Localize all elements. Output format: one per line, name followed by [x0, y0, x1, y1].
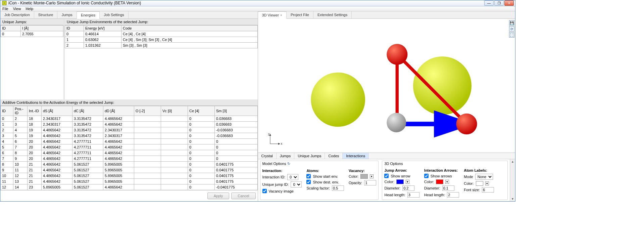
label-color-swatch[interactable]: [476, 181, 483, 186]
show-arrows-checkbox[interactable]: [424, 174, 429, 178]
jump-arrow-color-swatch[interactable]: [396, 179, 404, 184]
unique-jump-id-select[interactable]: 0: [291, 181, 302, 187]
viewer-tool-fit-icon[interactable]: ⛶: [509, 32, 514, 38]
vacancy-color-dropdown-icon[interactable]: ▾: [370, 174, 374, 178]
app-icon: [2, 0, 7, 6]
cancel-button[interactable]: Cancel: [231, 193, 255, 199]
minimize-button[interactable]: —: [484, 0, 494, 6]
table-row[interactable]: 1214235.89650055.0615274.48656420-0.0401…: [1, 184, 258, 190]
tab-extended-settings[interactable]: Extended Settings: [313, 11, 352, 18]
table-row[interactable]: 911214.48656425.0615275.896500500.040177…: [1, 167, 258, 173]
jump-diameter-input[interactable]: [402, 185, 414, 191]
atom-labels-label: Atom Labels:: [464, 168, 494, 172]
additive-header: Additive Contributions to the Activation…: [0, 99, 258, 106]
btab-unique-jumps[interactable]: Unique Jumps: [294, 153, 325, 159]
scroll-up-icon[interactable]: ▲: [511, 160, 514, 163]
tab-job-description[interactable]: Job Description: [0, 11, 34, 18]
window-title: iCon - Kinetic Monte-Carlo Simulation of…: [8, 1, 484, 5]
svg-point-10: [387, 113, 406, 132]
int-color-dropdown-icon[interactable]: ▾: [445, 180, 449, 184]
titlebar: iCon - Kinetic Monte-Carlo Simulation of…: [0, 0, 515, 6]
int-head-length-input[interactable]: [447, 192, 459, 198]
tab-job-settings[interactable]: Job Settings: [100, 11, 129, 18]
col-energy: Energy [eV]: [84, 26, 121, 31]
col-id: ID: [65, 26, 84, 31]
table-row[interactable]: 02.7055: [1, 31, 63, 37]
menu-help[interactable]: Help: [26, 7, 33, 11]
table-row[interactable]: 1012214.48656425.0615275.896500500.04017…: [1, 173, 258, 179]
model-options-title: Model Options: [262, 162, 286, 166]
table-row[interactable]: 21.031362Sm [3] , Sm [3]: [65, 43, 258, 48]
table-row[interactable]: 35194.48656423.31354722.34303170-0.03668…: [1, 133, 258, 139]
jump-color-dropdown-icon[interactable]: ▾: [406, 180, 409, 184]
apply-button[interactable]: Apply: [207, 193, 230, 199]
3d-viewer[interactable]: z x 💾 ⟳ ⛶: [258, 19, 515, 153]
right-tabs: 3D Viewer× Project File Extended Setting…: [258, 11, 515, 19]
left-tabs: Job Description Structure Jumps Energies…: [0, 11, 258, 19]
jump-env-header: Unique Jump Environments of the selected…: [65, 19, 258, 25]
refresh-icon[interactable]: ↻: [287, 162, 290, 166]
maximize-button[interactable]: ❐: [494, 0, 504, 6]
vacancy-image-checkbox[interactable]: [262, 189, 267, 193]
unique-jumps-header: Unique Jumps:: [0, 19, 63, 25]
table-row[interactable]: 810214.48656425.0615275.896500500.040177…: [1, 162, 258, 167]
show-arrow-checkbox[interactable]: [384, 174, 389, 178]
close-button[interactable]: ✕: [504, 0, 514, 6]
table-row[interactable]: 79204.48656424.27777114.486564200: [1, 156, 258, 162]
interaction-label: Interaction:: [262, 169, 302, 173]
show-dest-env-checkbox[interactable]: [306, 180, 311, 184]
atoms-label: Atoms:: [306, 169, 344, 173]
svg-point-8: [387, 44, 407, 65]
unique-jumps-table[interactable]: IDl [Å] 02.7055: [0, 25, 63, 37]
label-color-dropdown-icon[interactable]: ▾: [485, 181, 489, 185]
bottom-tabs: Crystal Jumps Unique Jumps Codes Interac…: [258, 153, 515, 159]
table-row[interactable]: 1113214.48656425.0615275.896500500.04017…: [1, 179, 258, 184]
svg-point-4: [413, 56, 471, 115]
3d-options-title: 3D Options: [384, 162, 505, 166]
table-row[interactable]: 24194.48656423.31354722.34303170-0.03668…: [1, 127, 258, 133]
int-diameter-input[interactable]: [442, 185, 454, 191]
jump-head-length-input[interactable]: [407, 192, 419, 198]
tab-jumps[interactable]: Jumps: [57, 11, 77, 18]
viewer-tool-rotate-icon[interactable]: ⟳: [509, 26, 514, 32]
col-id: ID: [1, 26, 21, 31]
svg-point-3: [311, 73, 365, 127]
scaling-factor-input[interactable]: [332, 185, 344, 191]
table-row[interactable]: 13182.34303173.31354724.486564200.036683: [1, 122, 258, 127]
vacancy-color-swatch[interactable]: [360, 174, 368, 179]
col-code: Code: [121, 26, 258, 31]
interaction-id-select[interactable]: 0: [287, 174, 298, 180]
table-row[interactable]: 68204.48656424.27777114.486564200: [1, 150, 258, 156]
table-row[interactable]: 02182.34303173.31354724.486564200.036683: [1, 116, 258, 122]
table-row[interactable]: 00.46614Ce [4] , Ce [4]: [65, 31, 258, 37]
show-start-env-checkbox[interactable]: [306, 174, 311, 178]
scroll-down-icon[interactable]: ▼: [511, 197, 514, 201]
jump-arrow-label: Jump Arrow:: [384, 168, 419, 172]
menu-view[interactable]: View: [13, 7, 21, 11]
options-scrollbar[interactable]: ▲ ▼: [510, 159, 515, 201]
tab-3d-viewer[interactable]: 3D Viewer×: [258, 11, 287, 19]
close-tab-icon[interactable]: ×: [280, 13, 282, 17]
viewer-tool-save-icon[interactable]: 💾: [509, 20, 514, 26]
tab-energies[interactable]: Energies: [77, 11, 100, 19]
svg-point-9: [456, 114, 477, 134]
btab-codes[interactable]: Codes: [325, 153, 343, 159]
svg-marker-14: [278, 143, 280, 145]
additive-table[interactable]: ID Pos.-ID Int.-ID dS [Å] dC [Å] dD [Å] …: [0, 106, 258, 190]
table-row[interactable]: 10.63062Ce [4] , Sm [3]; Sm [3] , Ce [4]: [65, 37, 258, 43]
table-row[interactable]: 46204.48656424.27777114.486564200: [1, 139, 258, 144]
interaction-arrows-label: Interaction Arrows:: [424, 168, 459, 172]
font-size-input[interactable]: [482, 187, 494, 193]
btab-jumps[interactable]: Jumps: [277, 153, 294, 159]
col-l: l [Å]: [21, 26, 63, 31]
int-arrow-color-swatch[interactable]: [436, 179, 443, 184]
opacity-input[interactable]: [364, 180, 376, 185]
btab-interactions[interactable]: Interactions: [343, 153, 369, 159]
jump-env-table[interactable]: ID Energy [eV] Code 00.46614Ce [4] , Ce …: [65, 25, 258, 48]
btab-crystal[interactable]: Crystal: [258, 153, 277, 159]
table-row[interactable]: 57204.48656424.27777114.486564200: [1, 144, 258, 150]
tab-project-file[interactable]: Project File: [287, 11, 313, 18]
tab-structure[interactable]: Structure: [34, 11, 58, 18]
menu-file[interactable]: File: [2, 7, 8, 11]
label-mode-select[interactable]: None: [475, 174, 493, 180]
